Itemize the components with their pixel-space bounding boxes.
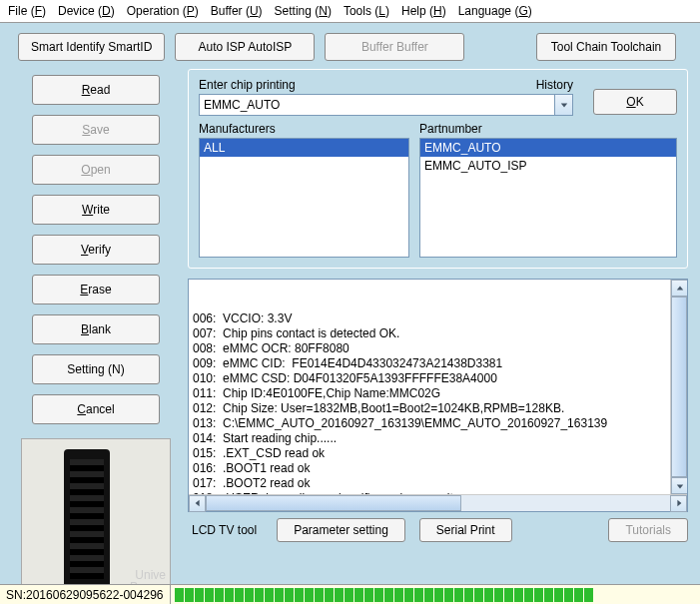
progress-segment (255, 588, 264, 602)
chip-dropdown-button[interactable] (555, 94, 573, 116)
verify-button[interactable]: Verify (32, 235, 160, 265)
setting-button[interactable]: Setting (N) (32, 354, 160, 384)
progress-segment (195, 588, 204, 602)
progress-segment (424, 588, 433, 602)
left-sidebar: Read Save Open Write Verify Erase Blank … (12, 69, 180, 604)
progress-segment (215, 588, 224, 602)
progress-segment (394, 588, 403, 602)
progress-bar (175, 588, 697, 602)
menu-help[interactable]: Help (H) (397, 2, 450, 20)
chevron-up-icon (676, 285, 684, 293)
save-button[interactable]: Save (32, 115, 160, 145)
progress-segment (584, 588, 593, 602)
partnumber-listbox[interactable]: EMMC_AUTOEMMC_AUTO_ISP (419, 138, 677, 258)
buffer-button[interactable]: Buffer Buffer (325, 33, 464, 61)
progress-segment (574, 588, 583, 602)
progress-segment (414, 588, 423, 602)
tool-chain-label: Tool Chain Toolchain (551, 40, 662, 54)
cancel-button[interactable]: Cancel (32, 394, 160, 424)
history-label: History (536, 78, 573, 92)
auto-isp-label: Auto ISP AutoISP (198, 40, 292, 54)
menu-file[interactable]: File (F) (4, 2, 50, 20)
status-bar: SN:20160629095622-004296 (0, 584, 700, 604)
chevron-left-icon (194, 499, 202, 507)
manufacturers-listbox[interactable]: ALL (199, 138, 409, 258)
device-photo: Unive Progra (21, 438, 171, 604)
log-horizontal-scrollbar[interactable] (189, 494, 687, 511)
progress-segment (364, 588, 373, 602)
top-button-row: Smart Identify SmartID Auto ISP AutoISP … (0, 23, 700, 69)
progress-segment (305, 588, 314, 602)
manufacturer-item[interactable]: ALL (200, 139, 408, 157)
enter-chip-label: Enter chip printing (199, 78, 536, 92)
progress-segment (325, 588, 334, 602)
chip-input[interactable] (199, 94, 555, 116)
tutorials-button[interactable]: Tutorials (608, 518, 688, 542)
progress-segment (345, 588, 353, 602)
hscroll-thumb[interactable] (206, 495, 461, 511)
progress-segment (454, 588, 463, 602)
menu-language[interactable]: Language (G) (454, 2, 536, 20)
serial-print-button[interactable]: Serial Print (419, 518, 512, 542)
menu-buffer[interactable]: Buffer (U) (207, 2, 267, 20)
progress-segment (275, 588, 284, 602)
scroll-up-button[interactable] (671, 280, 687, 297)
partnumber-item[interactable]: EMMC_AUTO_ISP (420, 157, 676, 175)
progress-segment (315, 588, 324, 602)
scroll-down-button[interactable] (671, 477, 687, 494)
manufacturers-label: Manufacturers (199, 122, 409, 136)
setting-label: Setting (N) (67, 362, 124, 376)
hscroll-track[interactable] (206, 495, 670, 511)
tool-chain-button[interactable]: Tool Chain Toolchain (536, 33, 676, 61)
read-label-rest: ead (90, 83, 110, 97)
progress-segment (374, 588, 383, 602)
menu-operation[interactable]: Operation (P) (123, 2, 203, 20)
progress-segment (404, 588, 413, 602)
progress-segment (444, 588, 453, 602)
progress-segment (564, 588, 573, 602)
progress-segment (524, 588, 533, 602)
progress-segment (245, 588, 254, 602)
scroll-track[interactable] (671, 297, 687, 477)
progress-segment (384, 588, 393, 602)
sn-value: 20160629095622-004296 (26, 588, 163, 602)
progress-segment (295, 588, 304, 602)
log-vertical-scrollbar[interactable] (670, 280, 687, 494)
progress-segment (474, 588, 483, 602)
progress-segment (225, 588, 234, 602)
progress-segment (265, 588, 274, 602)
main-area: Read Save Open Write Verify Erase Blank … (0, 69, 700, 604)
progress-segment (175, 588, 184, 602)
scroll-right-button[interactable] (670, 495, 687, 512)
progress-segment (554, 588, 563, 602)
progress-segment (544, 588, 553, 602)
bottom-tool-row: LCD TV tool Parameter setting Serial Pri… (188, 512, 688, 544)
blank-button[interactable]: Blank (32, 314, 160, 344)
open-button[interactable]: Open (32, 155, 160, 185)
smart-identify-button[interactable]: Smart Identify SmartID (18, 33, 165, 61)
progress-segment (354, 588, 363, 602)
erase-button[interactable]: Erase (32, 275, 160, 304)
lcd-tv-tool-label: LCD TV tool (192, 523, 257, 537)
progress-segment (335, 588, 344, 602)
menu-setting[interactable]: Setting (N) (271, 2, 336, 20)
ok-button[interactable]: OK (593, 89, 677, 115)
scroll-left-button[interactable] (189, 495, 206, 512)
buffer-label: Buffer Buffer (361, 40, 428, 54)
chevron-right-icon (675, 499, 683, 507)
progress-segment (514, 588, 523, 602)
partnumber-item[interactable]: EMMC_AUTO (420, 139, 676, 157)
read-button[interactable]: Read (32, 75, 160, 105)
auto-isp-button[interactable]: Auto ISP AutoISP (175, 33, 315, 61)
serial-number: SN:20160629095622-004296 (0, 585, 171, 604)
parameter-setting-button[interactable]: Parameter setting (277, 518, 405, 542)
chip-combo[interactable] (199, 94, 573, 116)
progress-segment (434, 588, 443, 602)
sn-label: SN: (6, 588, 26, 602)
scroll-thumb[interactable] (671, 297, 687, 477)
menu-device[interactable]: Device (D) (54, 2, 119, 20)
menu-tools[interactable]: Tools (L) (340, 2, 393, 20)
menubar: File (F)Device (D)Operation (P)Buffer (U… (0, 0, 700, 23)
write-button[interactable]: Write (32, 195, 160, 225)
log-textarea[interactable]: 006: VCCIO: 3.3V 007: Chip pins contact … (189, 280, 670, 494)
